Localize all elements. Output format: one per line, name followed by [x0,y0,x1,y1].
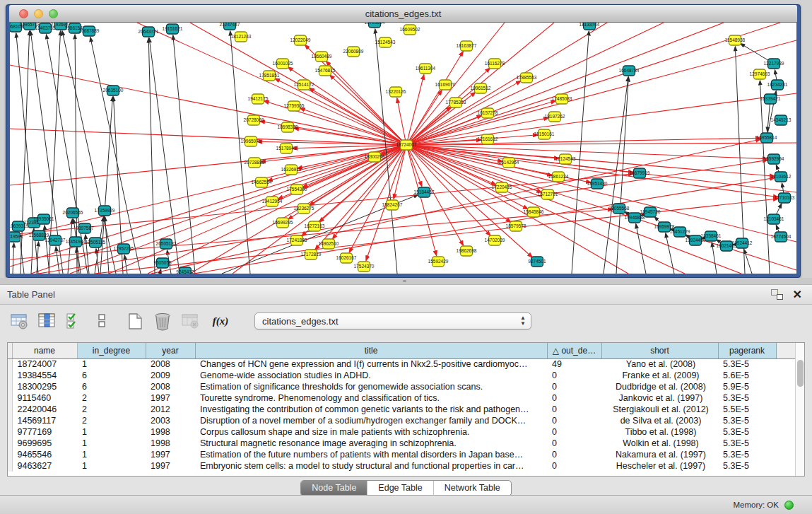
cell-pagerank[interactable]: 5.3E-5 [718,426,776,438]
cell-short[interactable]: Tibbo et al. (1998) [601,426,718,438]
cell-pagerank[interactable]: 5.3E-5 [718,358,776,370]
cell-title[interactable]: Structural magnetic resonance image aver… [195,438,547,449]
cell-year[interactable]: 2012 [146,404,195,415]
cell-year[interactable]: 1998 [146,426,195,438]
cell-title[interactable]: Changes of HCN gene expression and I(f) … [195,358,547,370]
cell-year[interactable]: 1997 [146,460,195,472]
table-row[interactable]: 946554611997Estimation of the future num… [8,449,796,460]
cell-pagerank[interactable]: 5.3E-5 [718,460,776,472]
cell-pagerank[interactable]: 5.3E-5 [718,449,776,460]
tab-edge-table[interactable]: Edge Table [367,481,433,496]
close-window-button[interactable] [19,9,28,18]
cell-short[interactable]: Dudbridge et al. (2008) [601,381,718,392]
cell-year[interactable]: 2008 [146,358,195,370]
cell-pagerank[interactable]: 5.3E-5 [718,438,776,449]
cell-in_degree[interactable]: 1 [77,449,146,460]
cell-short[interactable]: Stergiakouli et al. (2012) [601,404,718,415]
cell-in_degree[interactable]: 6 [77,370,146,381]
cell-out_de[interactable]: 0 [547,370,601,381]
cell-name[interactable]: 9777169 [12,426,77,438]
tab-network-table[interactable]: Network Table [434,481,511,496]
cell-pagerank[interactable]: 5.5E-5 [718,404,776,415]
cell-in_degree[interactable]: 1 [77,438,146,449]
cell-year[interactable]: 2008 [146,381,195,392]
table-row[interactable]: 911546021997Tourette syndrome. Phenomeno… [8,392,796,404]
tab-node-table[interactable]: Node Table [301,481,367,496]
cell-title[interactable]: Estimation of significance thresholds fo… [195,381,547,392]
cell-short[interactable]: Jankovic et al. (1997) [601,392,718,404]
minimize-window-button[interactable] [34,9,43,18]
network-window-titlebar[interactable]: citations_edges.txt [9,5,797,23]
network-canvas[interactable]: 1872400718300295206810301996571818403755… [10,23,796,274]
cell-name[interactable]: 9463627 [12,460,77,472]
cell-pagerank[interactable]: 5.6E-5 [718,370,776,381]
table-row[interactable]: 1872400712008Changes of HCN gene express… [8,358,796,370]
cell-out_de[interactable]: 0 [547,438,601,449]
cell-pagerank[interactable]: 5.3E-5 [718,392,776,404]
table-row[interactable]: 1830029562008Estimation of significance … [8,381,796,392]
cell-out_de[interactable]: 0 [547,381,601,392]
float-window-icon[interactable] [771,289,783,300]
node-table[interactable]: namein_degreeyeartitle△ out_de…shortpage… [7,342,805,477]
cell-in_degree[interactable]: 2 [77,392,146,404]
cell-year[interactable]: 1997 [146,392,195,404]
table-selector-dropdown[interactable]: citations_edges.txt ▲▼ [254,313,531,329]
table-row[interactable]: 977716911998Corpus callosum shape and si… [8,426,796,438]
cell-year[interactable]: 2009 [146,370,195,381]
table-row[interactable]: 946362711997Embryonic stem cells: a mode… [8,460,796,472]
column-header-title[interactable]: title [195,343,547,358]
cell-in_degree[interactable]: 2 [77,404,146,415]
delete-columns-icon[interactable] [152,311,173,331]
cell-out_de[interactable]: 0 [547,415,601,426]
cell-out_de[interactable]: 49 [547,358,601,370]
cell-out_de[interactable]: 0 [547,449,601,460]
cell-name[interactable]: 9115460 [12,392,77,404]
citation-network-graph[interactable]: 1872400718300295206810301996571818403755… [10,23,796,274]
cell-title[interactable]: Disruption of a novel member of a sodium… [195,415,547,426]
cell-short[interactable]: Franke et al. (2009) [601,370,718,381]
table-row[interactable]: 1456911722003Disruption of a novel membe… [8,415,796,426]
cell-name[interactable]: 18724007 [12,358,77,370]
cell-in_degree[interactable]: 1 [77,426,146,438]
function-builder-icon[interactable]: f(x) [210,311,231,331]
cell-pagerank[interactable]: 5.3E-5 [718,415,776,426]
cell-title[interactable]: Genome-wide association studies in ADHD. [195,370,547,381]
table-vertical-scrollbar[interactable] [795,343,804,476]
table-row[interactable]: 1938455462009Genome-wide association stu… [8,370,796,381]
cell-out_de[interactable]: 0 [547,426,601,438]
cell-title[interactable]: Tourette syndrome. Phenomenology and cla… [195,392,547,404]
column-header-name[interactable]: name [12,343,77,358]
cell-in_degree[interactable]: 6 [77,381,146,392]
cell-pagerank[interactable]: 5.9E-5 [718,381,776,392]
cell-out_de[interactable]: 0 [547,460,601,472]
cell-out_de[interactable]: 0 [547,392,601,404]
show-column-icon[interactable] [36,311,57,331]
column-header-pagerank[interactable]: pagerank [718,343,776,358]
cell-short[interactable]: Wolkin et al. (1998) [601,438,718,449]
cell-title[interactable]: Corpus callosum shape and size in male p… [195,426,547,438]
cell-in_degree[interactable]: 1 [77,460,146,472]
cell-year[interactable]: 1997 [146,449,195,460]
cell-in_degree[interactable]: 2 [77,415,146,426]
cell-year[interactable]: 1998 [146,438,195,449]
cell-name[interactable]: 14569117 [12,415,77,426]
table-mode-icon[interactable] [8,311,30,331]
column-header-year[interactable]: year [146,343,195,358]
cell-title[interactable]: Investigating the contribution of common… [195,404,547,415]
column-header-out_de[interactable]: △ out_de… [547,343,601,358]
table-row[interactable]: 2242004622012Investigating the contribut… [8,404,796,415]
panel-splitter[interactable] [0,278,812,284]
cell-name[interactable]: 19384554 [12,370,77,381]
close-panel-icon[interactable]: ✕ [793,289,802,300]
splitter-handle[interactable] [403,280,406,282]
cell-short[interactable]: Yano et al. (2008) [601,358,718,370]
cell-short[interactable]: de Silva et al. (2003) [601,415,718,426]
select-columns-icon[interactable] [64,311,85,331]
column-header-in_degree[interactable]: in_degree [77,343,146,358]
cell-year[interactable]: 2003 [146,415,195,426]
column-header-short[interactable]: short [601,343,718,358]
cell-title[interactable]: Estimation of the future numbers of pati… [195,449,547,460]
cell-in_degree[interactable]: 1 [77,358,146,370]
cell-short[interactable]: Hescheler et al. (1997) [601,460,718,472]
cell-name[interactable]: 9699695 [12,438,77,449]
